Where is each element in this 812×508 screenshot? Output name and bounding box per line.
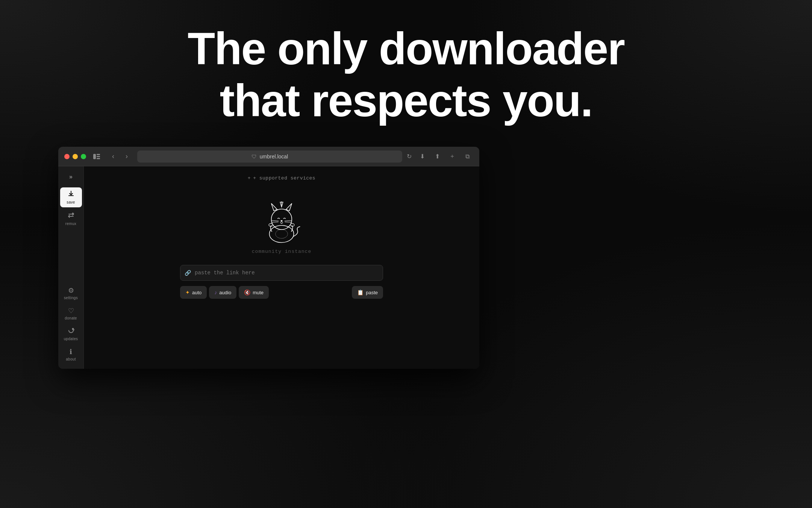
donate-label: donate <box>65 316 77 320</box>
url-display[interactable]: umbrel.local <box>260 154 288 160</box>
close-button-traffic[interactable] <box>64 154 70 159</box>
url-input-wrapper: 🔗 <box>180 265 383 281</box>
svg-point-5 <box>72 328 74 330</box>
cat-mascot-icon <box>257 196 306 245</box>
svg-line-15 <box>285 221 291 221</box>
audio-label: audio <box>219 290 231 295</box>
plus-icon: + <box>248 175 251 181</box>
svg-marker-8 <box>271 204 277 211</box>
remux-icon <box>68 212 74 221</box>
back-button[interactable]: ‹ <box>107 151 119 163</box>
link-icon: 🔗 <box>185 270 191 276</box>
audio-mode-button[interactable]: ♪ audio <box>209 286 236 299</box>
sidebar-toggle-button[interactable] <box>91 151 103 163</box>
svg-rect-0 <box>93 154 96 159</box>
svg-line-13 <box>272 221 279 221</box>
updates-label: updates <box>64 337 78 341</box>
app-sidebar: » save <box>58 166 84 369</box>
paste-icon: 📋 <box>357 289 364 295</box>
mute-mode-button[interactable]: 🔇 mute <box>239 286 269 299</box>
svg-marker-9 <box>286 204 292 211</box>
hero-section: The only downloader that respects you. <box>0 23 812 126</box>
about-label: about <box>66 357 76 361</box>
community-instance-label: community instance <box>252 249 311 254</box>
mode-buttons-row: ✦ auto ♪ audio 🔇 mute 📋 paste <box>180 286 383 299</box>
sidebar-item-settings[interactable]: ⚙ settings <box>60 283 82 303</box>
address-bar: 🛡 umbrel.local <box>137 151 402 163</box>
audio-icon: ♪ <box>214 289 217 295</box>
paste-label: paste <box>366 290 378 295</box>
settings-label: settings <box>64 296 78 300</box>
security-shield-icon: 🛡 <box>251 154 257 160</box>
forward-button[interactable]: › <box>121 151 133 163</box>
double-chevron-right-icon: » <box>69 173 73 180</box>
download-button[interactable]: ⬇ <box>416 151 428 163</box>
hero-title-line2: that respects you. <box>0 75 812 126</box>
toolbar-right-buttons: ⬇ ⬆ ＋ ⧉ <box>416 151 473 163</box>
sidebar-item-remux[interactable]: remux <box>60 209 82 229</box>
sidebar-item-save[interactable]: save <box>60 187 82 207</box>
save-label: save <box>67 200 75 204</box>
auto-label: auto <box>192 290 201 295</box>
svg-rect-1 <box>97 154 100 155</box>
tabs-button[interactable]: ⧉ <box>461 151 473 163</box>
auto-icon: ✦ <box>185 289 190 295</box>
nav-buttons: ‹ › <box>107 151 133 163</box>
hero-title-line1: The only downloader <box>0 23 812 75</box>
heart-icon: ♡ <box>68 307 74 315</box>
expand-sidebar-button[interactable]: » <box>63 171 79 183</box>
paste-button[interactable]: 📋 paste <box>352 286 383 299</box>
remux-label: remux <box>65 222 76 226</box>
svg-point-19 <box>276 230 288 238</box>
auto-mode-button[interactable]: ✦ auto <box>180 286 207 299</box>
minimize-button-traffic[interactable] <box>73 154 78 159</box>
mascot-container: community instance <box>252 196 311 254</box>
browser-toolbar: ‹ › 🛡 umbrel.local ↻ ⬇ ⬆ ＋ ⧉ <box>58 147 479 166</box>
svg-point-6 <box>270 225 294 243</box>
svg-rect-3 <box>97 158 100 159</box>
svg-line-16 <box>285 222 292 222</box>
main-content-area: + + supported services <box>84 166 479 369</box>
svg-line-14 <box>271 222 279 222</box>
url-input-container: 🔗 <box>180 265 383 281</box>
save-icon <box>68 190 74 199</box>
svg-rect-2 <box>97 156 100 157</box>
supported-services-label: + supported services <box>253 175 315 181</box>
sidebar-item-donate[interactable]: ♡ donate <box>60 304 82 323</box>
sidebar-item-updates[interactable]: updates <box>60 324 82 344</box>
mute-icon: 🔇 <box>244 289 250 295</box>
mute-label: mute <box>253 290 264 295</box>
svg-point-4 <box>72 213 74 215</box>
share-button[interactable]: ⬆ <box>431 151 443 163</box>
new-tab-button[interactable]: ＋ <box>446 151 458 163</box>
browser-content: » save <box>58 166 479 369</box>
maximize-button-traffic[interactable] <box>81 154 86 159</box>
svg-point-12 <box>280 220 282 222</box>
browser-window: ‹ › 🛡 umbrel.local ↻ ⬇ ⬆ ＋ ⧉ » <box>58 147 479 369</box>
url-input[interactable] <box>180 265 383 281</box>
supported-services-button[interactable]: + + supported services <box>248 175 315 181</box>
updates-icon <box>68 327 74 336</box>
info-icon: ℹ <box>70 348 72 356</box>
sidebar-item-about[interactable]: ℹ about <box>60 345 82 364</box>
traffic-lights <box>64 154 86 159</box>
reload-button[interactable]: ↻ <box>407 153 412 160</box>
svg-point-7 <box>271 209 292 230</box>
settings-icon: ⚙ <box>68 286 74 295</box>
sidebar-bottom-items: ⚙ settings ♡ donate <box>60 283 82 364</box>
